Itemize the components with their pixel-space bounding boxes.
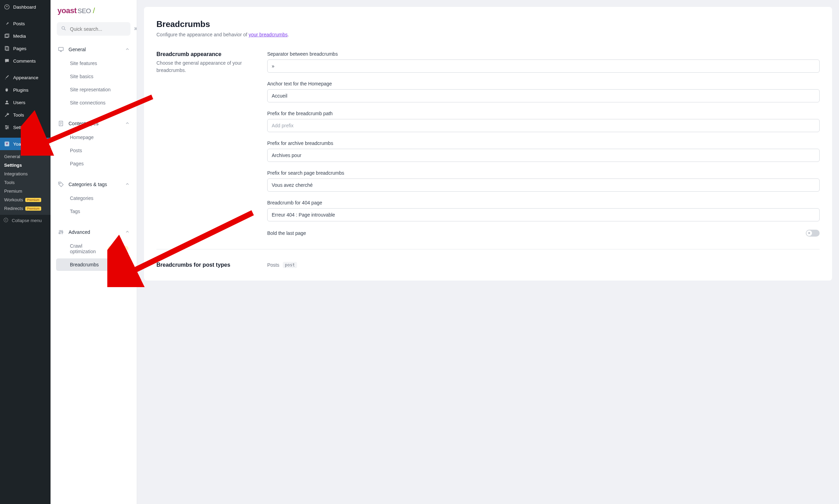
svg-point-15 <box>59 233 60 234</box>
media-icon <box>3 33 10 39</box>
section-post-types: Breadcrumbs for post types Posts post <box>156 249 820 268</box>
adjustments-icon <box>57 229 64 236</box>
svg-point-16 <box>61 231 62 232</box>
field-bold-last: Bold the last page ✕ <box>267 230 820 237</box>
nav-group-advanced[interactable]: Advanced <box>55 225 133 239</box>
section-appearance: Breadcrumb appearance Choose the general… <box>156 37 820 237</box>
b404-input[interactable] <box>267 208 820 221</box>
svg-point-10 <box>4 218 8 222</box>
sidebar-item-pages[interactable]: Pages <box>0 42 51 55</box>
field-label: Separator between breadcrumbs <box>267 51 820 57</box>
nav-item-site-basics[interactable]: Site basics <box>56 70 131 83</box>
yoast-sub-general[interactable]: General <box>0 152 51 161</box>
field-label: Prefix for archive breadcrumbs <box>267 140 820 146</box>
bold-last-toggle[interactable]: ✕ <box>806 230 820 237</box>
sidebar-item-appearance[interactable]: Appearance <box>0 71 51 84</box>
nav-item-categories[interactable]: Categories <box>56 192 131 204</box>
pin-icon <box>3 20 10 27</box>
sidebar-label: Media <box>13 34 26 39</box>
field-label: Prefix for the breadcrumb path <box>267 111 820 116</box>
sidebar-label: Yoast SEO <box>13 141 36 147</box>
sidebar-label: Settings <box>13 125 30 130</box>
search-shortcut: ⌘K <box>134 27 137 31</box>
nav-item-breadcrumbs[interactable]: Breadcrumbs <box>56 258 131 271</box>
yoast-icon <box>3 140 10 147</box>
breadcrumbs-help-link[interactable]: your breadcrumbs <box>249 32 288 37</box>
nav-item-site-connections[interactable]: Site connections <box>56 97 131 109</box>
sidebar-item-plugins[interactable]: Plugins <box>0 84 51 96</box>
sidebar-item-yoast[interactable]: Yoast SEO <box>0 138 51 150</box>
sidebar-item-users[interactable]: Users <box>0 96 51 109</box>
svg-point-14 <box>60 183 60 184</box>
prefix-path-input[interactable] <box>267 119 820 132</box>
post-type-label: Posts <box>267 262 279 268</box>
yoast-submenu: General Settings Integrations Tools Prem… <box>0 150 51 215</box>
post-type-slug: post <box>283 262 297 268</box>
sidebar-item-dashboard[interactable]: Dashboard <box>0 1 51 13</box>
prefix-archive-input[interactable] <box>267 149 820 162</box>
sidebar-item-media[interactable]: Media <box>0 30 51 42</box>
svg-rect-12 <box>58 47 63 51</box>
sidebar-label: Posts <box>13 21 25 26</box>
sidebar-label: Pages <box>13 46 26 51</box>
sliders-icon <box>3 124 10 131</box>
nav-group-content-types[interactable]: Content types <box>55 117 133 130</box>
document-icon <box>57 120 64 127</box>
section-heading: Breadcrumb appearance <box>156 51 253 57</box>
yoast-logo: yoastSEO / <box>55 6 133 17</box>
nav-item-posts[interactable]: Posts <box>56 144 131 157</box>
nav-item-tags[interactable]: Tags <box>56 205 131 218</box>
yoast-settings-nav: yoastSEO / ⌘K General Site features Site… <box>51 0 137 504</box>
sidebar-label: Plugins <box>13 88 28 93</box>
collapse-menu-button[interactable]: Collapse menu <box>0 215 51 226</box>
sidebar-label: Dashboard <box>13 4 36 10</box>
sidebar-item-tools[interactable]: Tools <box>0 109 51 121</box>
search-input[interactable] <box>70 26 130 32</box>
toggle-knob-off: ✕ <box>806 230 812 236</box>
yoast-sub-premium[interactable]: Premium <box>0 187 51 195</box>
chevron-up-icon <box>125 182 130 187</box>
nav-item-site-representation[interactable]: Site representation <box>56 83 131 96</box>
collapse-label: Collapse menu <box>12 218 42 223</box>
comment-icon <box>3 57 10 64</box>
quick-search[interactable]: ⌘K <box>57 22 130 36</box>
field-label: Prefix for search page breadcrumbs <box>267 170 820 176</box>
user-icon <box>3 99 10 106</box>
field-label: Bold the last page <box>267 230 306 236</box>
yoast-sub-settings[interactable]: Settings <box>0 161 51 169</box>
sidebar-label: Comments <box>13 58 36 64</box>
svg-point-17 <box>62 232 63 233</box>
separator-input[interactable] <box>267 59 820 73</box>
nav-item-homepage[interactable]: Homepage <box>56 131 131 144</box>
yoast-sub-tools[interactable]: Tools <box>0 178 51 187</box>
svg-point-8 <box>6 128 7 129</box>
wrench-icon <box>3 111 10 118</box>
sidebar-item-posts[interactable]: Posts <box>0 17 51 30</box>
sidebar-item-comments[interactable]: Comments <box>0 55 51 67</box>
svg-point-5 <box>6 101 8 102</box>
sidebar-label: Tools <box>13 112 24 118</box>
svg-point-11 <box>62 27 65 29</box>
field-prefix-search: Prefix for search page breadcrumbs <box>267 170 820 192</box>
desktop-icon <box>57 46 64 53</box>
nav-group-categories-tags[interactable]: Categories & tags <box>55 177 133 191</box>
yoast-sub-integrations[interactable]: Integrations <box>0 169 51 178</box>
yoast-sub-redirects[interactable]: RedirectsPremium <box>0 204 51 213</box>
page-title: Breadcrumbs <box>156 19 820 29</box>
field-separator: Separator between breadcrumbs <box>267 51 820 73</box>
section-description: Choose the general appearance of your br… <box>156 59 253 74</box>
sidebar-item-settings[interactable]: Settings <box>0 121 51 134</box>
section-heading: Breadcrumbs for post types <box>156 262 253 268</box>
nav-group-general[interactable]: General <box>55 43 133 56</box>
yoast-sub-workouts[interactable]: WorkoutsPremium <box>0 195 51 204</box>
svg-point-7 <box>7 127 8 128</box>
nav-item-crawl-optimization[interactable]: Crawl optimization Premium <box>56 240 131 258</box>
anchor-input[interactable] <box>267 89 820 102</box>
prefix-search-input[interactable] <box>267 178 820 192</box>
dashboard-icon <box>3 3 10 10</box>
nav-item-site-features[interactable]: Site features <box>56 57 131 70</box>
field-prefix-archive: Prefix for archive breadcrumbs <box>267 140 820 162</box>
nav-item-pages[interactable]: Pages <box>56 157 131 170</box>
chevron-up-icon <box>125 121 130 127</box>
brush-icon <box>3 74 10 81</box>
